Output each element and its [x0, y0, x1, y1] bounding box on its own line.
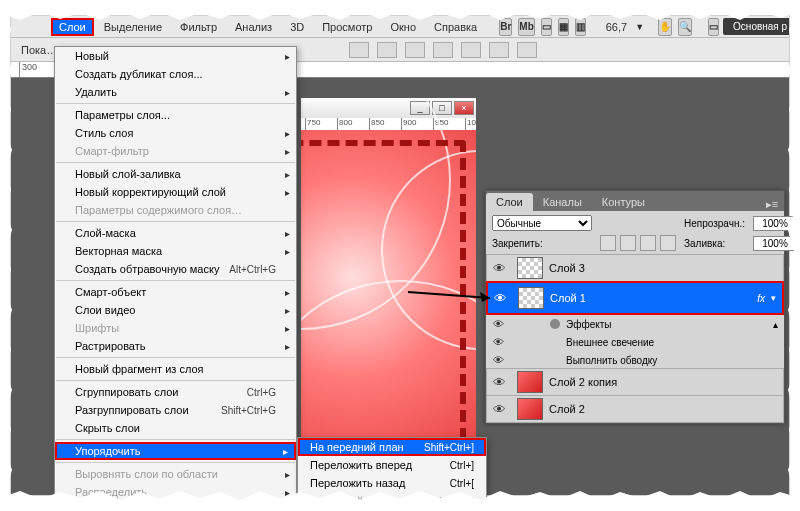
menu-row[interactable]: Упорядочить▸ — [55, 442, 296, 460]
lock-position-icon[interactable] — [640, 235, 656, 251]
align-icon[interactable] — [461, 42, 481, 58]
menu-row[interactable]: Создать дубликат слоя... — [55, 65, 296, 83]
menu-row: Параметры содержимого слоя… — [55, 201, 296, 219]
lock-label: Закрепить: — [492, 238, 592, 249]
lock-pixels-icon[interactable] — [620, 235, 636, 251]
menu-row[interactable]: Новый корректирующий слой▸ — [55, 183, 296, 201]
visibility-eye-icon[interactable]: 👁 — [487, 375, 511, 390]
menu-row[interactable]: Создать обтравочную маскуAlt+Ctrl+G — [55, 260, 296, 278]
submenu-row[interactable]: Переложить впередCtrl+] — [298, 456, 486, 474]
window-close-button[interactable]: × — [454, 101, 474, 115]
layer-thumbnail[interactable] — [517, 257, 543, 279]
fx-header[interactable]: 👁Эффекты▴ — [486, 315, 784, 333]
menu-row[interactable]: Параметры слоя... — [55, 106, 296, 124]
menu-row[interactable]: Новый фрагмент из слоя — [55, 360, 296, 378]
layer-list: 👁Слой 3👁Слой 1fx▾👁Эффекты▴👁Внешнее свече… — [486, 254, 784, 423]
align-icon[interactable] — [489, 42, 509, 58]
lock-all-icon[interactable] — [660, 235, 676, 251]
layer-thumbnail[interactable] — [517, 398, 543, 420]
layer-row[interactable]: 👁Слой 1fx▾ — [486, 281, 784, 315]
layer-row[interactable]: 👁Слой 2 — [486, 395, 784, 423]
layers-menu-dropdown: Новый▸Создать дубликат слоя...Удалить▸Па… — [54, 46, 297, 502]
visibility-eye-icon[interactable]: 👁 — [487, 261, 511, 276]
layer-row[interactable]: 👁Слой 2 копия — [486, 368, 784, 396]
layer-thumbnail[interactable] — [517, 371, 543, 393]
layer-row[interactable]: 👁Слой 3 — [486, 254, 784, 282]
layer-name[interactable]: Слой 3 — [549, 262, 783, 274]
lock-transparency-icon[interactable] — [600, 235, 616, 251]
align-icon[interactable] — [405, 42, 425, 58]
align-icons — [349, 42, 537, 58]
menu-row[interactable]: Стиль слоя▸ — [55, 124, 296, 142]
fx-badge[interactable]: fx — [757, 293, 765, 304]
panel-tabs: Слои Каналы Контуры ▸≡ — [486, 191, 784, 211]
align-icon[interactable] — [349, 42, 369, 58]
layer-name[interactable]: Слой 2 копия — [549, 376, 783, 388]
menu-row[interactable]: Векторная маска▸ — [55, 242, 296, 260]
menu-row[interactable]: Слой-маска▸ — [55, 224, 296, 242]
menu-row[interactable]: Удалить▸ — [55, 83, 296, 101]
menu-row: Выровнять слои по области▸ — [55, 465, 296, 483]
layer-options: Обычные Непрозрачн.: 100% Закрепить: Зал… — [486, 211, 784, 255]
layer-name[interactable]: Слой 1 — [550, 292, 757, 304]
menu-row[interactable]: Сгруппировать слоиCtrl+G — [55, 383, 296, 401]
tab-layers[interactable]: Слои — [486, 193, 533, 211]
visibility-eye-icon[interactable]: 👁 — [488, 291, 512, 306]
layer-thumbnail[interactable] — [518, 287, 544, 309]
layer-name[interactable]: Слой 2 — [549, 403, 783, 415]
panel-menu-icon[interactable]: ▸≡ — [760, 198, 784, 211]
align-icon[interactable] — [433, 42, 453, 58]
menu-row[interactable]: Смарт-объект▸ — [55, 283, 296, 301]
menu-row[interactable]: Растрировать▸ — [55, 337, 296, 355]
menu-row: Смарт-фильтр▸ — [55, 142, 296, 160]
fx-item[interactable]: 👁Выполнить обводку — [486, 351, 784, 369]
menu-row[interactable]: Слои видео▸ — [55, 301, 296, 319]
options-label: Пока… — [21, 44, 57, 56]
opacity-label: Непрозрачн.: — [684, 218, 745, 229]
blend-mode-select[interactable]: Обычные — [492, 215, 592, 231]
align-icon[interactable] — [517, 42, 537, 58]
tab-channels[interactable]: Каналы — [533, 193, 592, 211]
visibility-eye-icon[interactable]: 👁 — [487, 402, 511, 417]
menu-row[interactable]: Новый слой-заливка▸ — [55, 165, 296, 183]
submenu-row[interactable]: На передний планShift+Ctrl+] — [298, 438, 486, 456]
menu-row[interactable]: Скрыть слои — [55, 419, 296, 437]
menu-row[interactable]: Новый▸ — [55, 47, 296, 65]
tab-paths[interactable]: Контуры — [592, 193, 655, 211]
align-icon[interactable] — [377, 42, 397, 58]
menu-row: Шрифты▸ — [55, 319, 296, 337]
menu-row[interactable]: Разгруппировать слоиShift+Ctrl+G — [55, 401, 296, 419]
fx-item[interactable]: 👁Внешнее свечение — [486, 333, 784, 351]
layers-panel: Слои Каналы Контуры ▸≡ Обычные Непрозрач… — [485, 190, 785, 424]
fill-label: Заливка: — [684, 238, 745, 249]
